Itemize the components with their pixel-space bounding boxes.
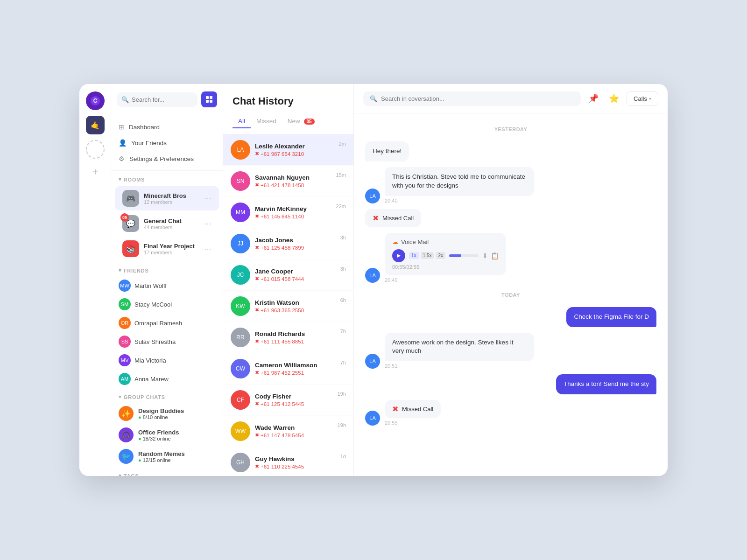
rooms-list: 🎮 Minecraft Bros 12 members ⋯ 💬 05 Gener…	[111, 185, 223, 262]
friend-name-stacy: Stacy McCool	[134, 301, 172, 308]
contact-avatar-kristin: KW	[231, 296, 250, 316]
message-bubble-7: Thanks a ton! Send me the sty	[556, 374, 656, 394]
sidebar-search-box[interactable]: 🔍	[117, 92, 197, 107]
svg-rect-5	[210, 100, 212, 103]
group-item-office[interactable]: 🎧 Office Friends ● 18/32 online	[111, 424, 223, 446]
chat-item-jane[interactable]: JC Jane Cooper ✖ +61 015 458 7444 3h	[223, 259, 353, 291]
calls-dropdown[interactable]: Calls ▾	[627, 91, 658, 106]
speed-2x[interactable]: 2x	[436, 252, 445, 259]
speed-1x[interactable]: 1x	[409, 252, 419, 259]
voicemail-bubble: ☁ Voice Mail ▶ 1x 1.5x 2x	[385, 233, 506, 275]
contact-phone-jane: ✖ +61 015 458 7444	[255, 276, 336, 282]
profile-icon[interactable]	[86, 140, 105, 159]
grid-button[interactable]	[201, 91, 217, 107]
missed-call-icon-3: ✖	[255, 213, 259, 219]
tab-missed[interactable]: Missed	[251, 115, 282, 128]
contact-time-jacob: 3h	[340, 235, 346, 240]
missed-x-icon: ✖	[373, 214, 379, 223]
tab-new[interactable]: New 05	[282, 115, 320, 128]
room-more-icon-minecraft[interactable]: ⋯	[204, 194, 211, 203]
room-members-minecraft: 12 members	[144, 199, 199, 205]
contact-avatar-savannah: SN	[231, 171, 250, 191]
message-bubble-6: Awesome work on the design. Steve likes …	[385, 333, 534, 362]
conv-search-input[interactable]	[381, 95, 574, 102]
friends-section-header: ▾ FRIENDS	[111, 262, 223, 276]
missed-call-icon-11: ✖	[255, 463, 259, 469]
star-button[interactable]: ⭐	[606, 91, 622, 106]
settings-icon: ⚙	[119, 155, 125, 162]
contact-time-ronald: 7h	[340, 329, 346, 334]
conversation-header: 🔍 📌 ⭐ Calls ▾	[354, 84, 668, 113]
friend-item-omrapal[interactable]: OR Omrapal Ramesh	[111, 314, 223, 332]
group-item-memes[interactable]: 🐦 Random Memes ● 12/15 online	[111, 446, 223, 467]
sender-avatar-2: LA	[365, 268, 380, 283]
friends-icon: 👤	[119, 139, 127, 147]
group-online-design: ● 8/10 online	[138, 414, 215, 420]
sidebar: 🔍 ⊞ Dashboard 👤 Your Friends ⚙ Settings …	[111, 84, 223, 476]
chat-item-kristin[interactable]: KW Kristin Watson ✖ +61 963 365 2558 6h	[223, 291, 353, 322]
room-item-finalyear[interactable]: 📚 Final Year Project 17 members ⋯	[115, 237, 219, 261]
conv-search-box[interactable]: 🔍	[363, 91, 581, 106]
contact-name-kristin: Kristin Watson	[255, 299, 336, 306]
friend-avatar-martin: MW	[119, 280, 131, 292]
chat-item-marvin[interactable]: MM Marvin McKinney ✖ +61 145 845 1140 22…	[223, 197, 353, 228]
message-row-5: Check the Figma File for D	[365, 307, 656, 327]
contact-name-cody: Cody Fisher	[255, 393, 333, 400]
sidebar-item-dashboard[interactable]: ⊞ Dashboard	[111, 119, 223, 135]
sidebar-item-settings[interactable]: ⚙ Settings & Preferences	[111, 151, 223, 167]
message-row-3: ✖ Missed Call	[365, 209, 656, 227]
contact-avatar-marvin: MM	[231, 203, 250, 222]
chat-item-cody[interactable]: CF Cody Fisher ✖ +61 125 412 5445 19h	[223, 385, 353, 416]
app-logo: C	[86, 91, 105, 110]
contact-time-leslie: 2m	[339, 141, 346, 147]
friend-item-sulav[interactable]: SS Sulav Shrestha	[111, 332, 223, 351]
room-more-icon-general[interactable]: ⋯	[204, 219, 211, 228]
transcript-icon[interactable]: 📋	[491, 252, 499, 259]
calls-chevron-icon: ▾	[649, 96, 651, 101]
voicemail-label: ☁ Voice Mail	[392, 238, 499, 245]
contact-time-guy: 1d	[340, 454, 346, 459]
contact-name-guy: Guy Hawkins	[255, 455, 336, 462]
group-item-design[interactable]: ✨ Design Buddies ● 8/10 online	[111, 403, 223, 424]
message-row-4: LA ☁ Voice Mail ▶ 1x 1.5x 2x	[365, 233, 656, 283]
chat-item-savannah[interactable]: SN Savannah Nguyen ✖ +61 421 478 1458 15…	[223, 166, 353, 197]
groups-list: ✨ Design Buddies ● 8/10 online 🎧 Office …	[111, 403, 223, 467]
friends-label: Your Friends	[131, 140, 167, 147]
voicemail-time: 20:49	[385, 277, 506, 283]
call-nav-icon[interactable]: 🤙	[86, 116, 105, 134]
chat-item-ronald[interactable]: RR Ronald Richards ✖ +61 111 455 8851 7h	[223, 322, 353, 353]
contact-time-cameron: 7h	[340, 360, 346, 365]
dashboard-label: Dashboard	[129, 124, 160, 131]
message-row-8: LA ✖ Missed Call 20:55	[365, 400, 656, 426]
download-icon[interactable]: ⬇	[482, 252, 488, 259]
missed-call-icon-4: ✖	[255, 245, 259, 251]
missed-call-icon: ✖	[255, 151, 259, 157]
chat-item-jacob[interactable]: JJ Jacob Jones ✖ +61 125 458 7899 3h	[223, 228, 353, 259]
friend-item-anna[interactable]: AM Anna Marew	[111, 370, 223, 388]
svg-rect-3	[210, 96, 212, 99]
tab-all[interactable]: All	[233, 115, 251, 128]
chat-history-panel: Chat History All Missed New 05 LA Leslie…	[223, 84, 354, 476]
friend-item-martin[interactable]: MW Martin Wolff	[111, 276, 223, 295]
voicemail-player: ▶ 1x 1.5x 2x ⬇ 📋	[392, 249, 499, 262]
contact-name-ronald: Ronald Richards	[255, 330, 336, 337]
svg-rect-2	[206, 96, 209, 99]
groups-section-header: ▾ GROUP CHATS	[111, 388, 223, 403]
chat-item-leslie[interactable]: LA Leslie Alexander ✖ +61 987 654 3210 2…	[223, 134, 353, 166]
room-more-icon-finalyear[interactable]: ⋯	[204, 245, 211, 253]
friend-item-mia[interactable]: MV Mia Victoria	[111, 351, 223, 370]
room-item-minecraft[interactable]: 🎮 Minecraft Bros 12 members ⋯	[115, 186, 219, 210]
friend-item-stacy[interactable]: SM Stacy McCool	[111, 295, 223, 314]
add-button[interactable]: ＋	[88, 164, 102, 178]
chat-item-guy[interactable]: GH Guy Hawkins ✖ +61 110 225 4545 1d	[223, 447, 353, 476]
chat-item-cameron[interactable]: CW Cameron Williamson ✖ +61 987 452 2551…	[223, 353, 353, 385]
chat-item-wade[interactable]: WW Wade Warren ✖ +61 147 478 5454 19h	[223, 416, 353, 447]
speed-1-5x[interactable]: 1.5x	[421, 252, 434, 259]
play-button[interactable]: ▶	[392, 249, 405, 262]
date-divider-today: TODAY	[365, 292, 656, 298]
room-item-general[interactable]: 💬 05 General Chat 44 members ⋯	[115, 211, 219, 236]
sidebar-search-input[interactable]	[132, 96, 193, 103]
sidebar-item-friends[interactable]: 👤 Your Friends	[111, 135, 223, 151]
conv-search-icon: 🔍	[370, 95, 377, 102]
pin-button[interactable]: 📌	[585, 91, 601, 106]
